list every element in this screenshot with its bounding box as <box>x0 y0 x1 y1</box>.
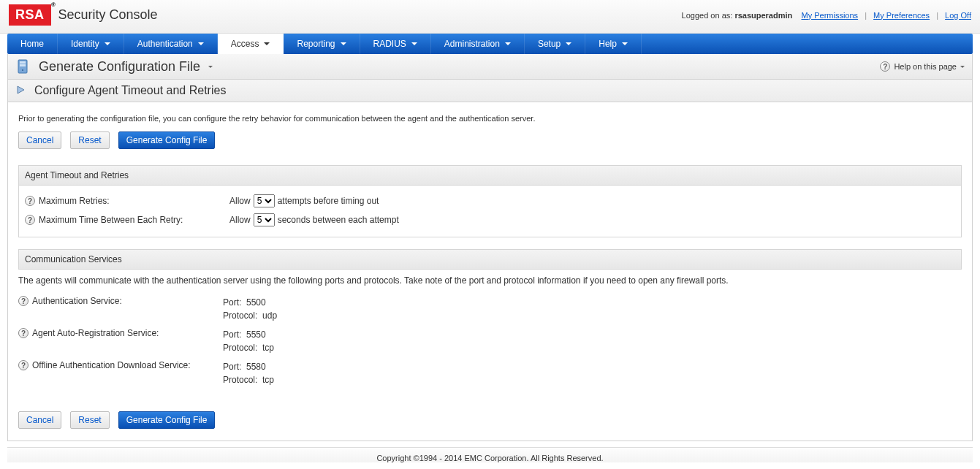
chevron-down-icon <box>411 42 417 45</box>
chevron-down-icon <box>264 42 270 45</box>
nav-label: Identity <box>71 39 99 49</box>
help-icon[interactable]: ? <box>25 215 35 225</box>
port-value: 5580 <box>246 362 266 372</box>
user-area: Logged on as: rsasuperadmin My Permissio… <box>682 11 971 20</box>
svg-marker-4 <box>18 86 24 94</box>
button-row-bottom: Cancel Reset Generate Config File <box>18 411 962 429</box>
help-icon: ? <box>880 61 890 72</box>
value-prefix: Allow <box>229 215 251 225</box>
generate-config-file-button[interactable]: Generate Config File <box>118 131 216 149</box>
port-label: Port: <box>223 329 241 340</box>
protocol-value: tcp <box>262 375 274 385</box>
link-my-permissions[interactable]: My Permissions <box>801 11 858 20</box>
service-label: ? Agent Auto-Registration Service: <box>18 328 223 338</box>
section-body: The agents will communicate with the aut… <box>18 270 962 397</box>
sub-title: Configure Agent Timeout and Retries <box>34 84 226 97</box>
page-title-bar: Generate Configuration File ? Help on th… <box>8 54 972 80</box>
help-icon[interactable]: ? <box>25 196 35 206</box>
link-log-off[interactable]: Log Off <box>945 11 971 20</box>
nav-reporting[interactable]: Reporting <box>284 34 360 54</box>
nav-label: Administration <box>444 39 500 49</box>
help-icon[interactable]: ? <box>18 328 29 338</box>
page-title-left: Generate Configuration File <box>15 58 213 75</box>
value-suffix: attempts before timing out <box>278 196 379 206</box>
chevron-down-icon <box>622 42 628 45</box>
protocol-value: tcp <box>262 343 274 353</box>
sub-title-bar: Configure Agent Timeout and Retries <box>8 80 972 102</box>
logo-text: RSA <box>15 7 45 22</box>
port-value: 5550 <box>246 329 266 340</box>
communication-description: The agents will communicate with the aut… <box>18 275 962 286</box>
label-text: Offline Authentication Download Service: <box>32 360 191 370</box>
content-wrapper: Generate Configuration File ? Help on th… <box>7 54 973 441</box>
service-label: ? Offline Authentication Download Servic… <box>18 360 223 370</box>
nav-identity[interactable]: Identity <box>58 34 124 54</box>
nav-setup[interactable]: Setup <box>525 34 585 54</box>
max-time-select[interactable]: 5 <box>254 213 275 226</box>
nav-home[interactable]: Home <box>7 34 58 54</box>
svg-rect-2 <box>20 64 26 66</box>
service-auto-registration: ? Agent Auto-Registration Service: Port:… <box>18 325 962 357</box>
help-on-this-page[interactable]: ? Help on this page <box>880 61 965 72</box>
reset-button[interactable]: Reset <box>70 131 109 149</box>
page-title: Generate Configuration File <box>39 59 200 75</box>
main-nav: Home Identity Authentication Access Repo… <box>7 34 973 54</box>
generate-config-file-button[interactable]: Generate Config File <box>118 411 216 429</box>
nav-administration[interactable]: Administration <box>431 34 525 54</box>
help-icon[interactable]: ? <box>18 360 29 370</box>
content-body: Prior to generating the configuration fi… <box>8 102 972 441</box>
server-icon <box>15 58 30 75</box>
label-text: Authentication Service: <box>32 296 122 306</box>
cancel-button[interactable]: Cancel <box>18 131 61 149</box>
nav-label: Reporting <box>297 39 335 49</box>
value-prefix: Allow <box>229 196 251 206</box>
protocol-label: Protocol: <box>223 343 257 353</box>
value-suffix: seconds between each attempt <box>278 215 399 225</box>
section-heading: Agent Timeout and Retries <box>19 166 961 186</box>
logged-on-prefix: Logged on as: <box>682 11 735 20</box>
protocol-label: Protocol: <box>223 310 257 321</box>
label-text: Maximum Retries: <box>39 196 110 206</box>
section-body: ? Maximum Retries: Allow 5 attempts befo… <box>19 186 961 237</box>
link-my-preferences[interactable]: My Preferences <box>873 11 930 20</box>
footer-copyright: Copyright ©1994 - 2014 EMC Corporation. … <box>7 447 973 462</box>
separator: | <box>936 11 938 20</box>
section-timeout: Agent Timeout and Retries ? Maximum Retr… <box>18 165 962 237</box>
label-text: Maximum Time Between Each Retry: <box>39 215 183 225</box>
service-label: ? Authentication Service: <box>18 296 223 306</box>
nav-label: RADIUS <box>373 39 406 49</box>
nav-label: Authentication <box>137 39 193 49</box>
protocol-label: Protocol: <box>223 375 257 385</box>
nav-label: Access <box>231 39 259 49</box>
chevron-down-icon <box>105 42 110 45</box>
nav-authentication[interactable]: Authentication <box>124 34 218 54</box>
chevron-down-icon[interactable] <box>208 66 213 68</box>
registered-icon: ® <box>51 1 56 8</box>
nav-radius[interactable]: RADIUS <box>360 34 431 54</box>
label-text: Agent Auto-Registration Service: <box>32 328 159 338</box>
nav-label: Home <box>20 39 44 49</box>
brand: RSA ® Security Console <box>9 4 158 26</box>
chevron-down-icon <box>505 42 511 45</box>
nav-access[interactable]: Access <box>218 34 284 54</box>
field-max-retries: ? Maximum Retries: Allow 5 attempts befo… <box>25 191 955 210</box>
field-value: Allow 5 seconds between each attempt <box>229 213 399 226</box>
separator: | <box>865 11 867 20</box>
service-offline-auth-download: ? Offline Authentication Download Servic… <box>18 357 962 389</box>
app-header: RSA ® Security Console Logged on as: rsa… <box>0 0 980 34</box>
service-value: Port: 5550 Protocol: tcp <box>223 328 274 354</box>
help-icon[interactable]: ? <box>18 296 29 306</box>
button-row-top: Cancel Reset Generate Config File <box>18 131 962 149</box>
service-value: Port: 5580 Protocol: tcp <box>223 360 274 386</box>
chevron-down-icon <box>341 42 346 45</box>
nav-help[interactable]: Help <box>585 34 642 54</box>
app-title: Security Console <box>58 7 158 23</box>
field-label: ? Maximum Time Between Each Retry: <box>25 215 229 225</box>
reset-button[interactable]: Reset <box>70 411 109 429</box>
nav-label: Help <box>599 39 617 49</box>
chevron-down-icon <box>198 42 204 45</box>
max-retries-select[interactable]: 5 <box>254 194 275 207</box>
play-icon <box>15 85 26 96</box>
nav-label: Setup <box>538 39 561 49</box>
cancel-button[interactable]: Cancel <box>18 411 61 429</box>
